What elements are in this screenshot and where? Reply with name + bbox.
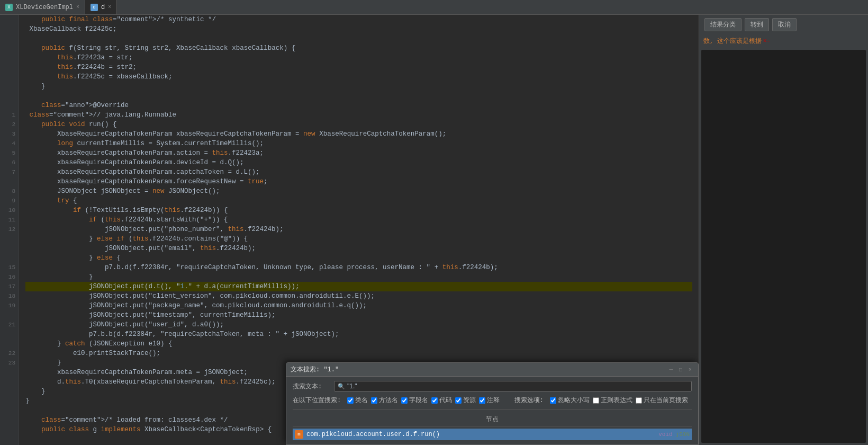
dialog-maximize-button[interactable]: □ <box>677 366 684 373</box>
goto-button[interactable]: 转到 <box>745 18 769 31</box>
node-header: 节点 <box>486 416 499 423</box>
classname-checkbox[interactable] <box>347 397 354 404</box>
code-line: if (!TextUtils.isEmpty(this.f22424b)) { <box>25 206 692 215</box>
annotation-x-mark: ×- <box>763 38 770 45</box>
search-input-wrap: 🔍 <box>334 381 692 391</box>
location-methodname: 方法名 <box>371 396 398 405</box>
code-line: long currentTimeMillis = System.currentT… <box>25 139 692 148</box>
code-line: JSONObject jSONObject = new JSONObject()… <box>25 186 692 196</box>
tab-close-2[interactable]: × <box>108 4 111 10</box>
code-line: public final class="comment">/* syntheti… <box>25 15 692 24</box>
tab-label-2: d <box>101 4 105 11</box>
search-options-label: 搜索选项: <box>514 396 544 405</box>
tab-xldevicegenimpl[interactable]: X XLDeviceGenImpl × <box>0 0 85 14</box>
code-checkbox[interactable] <box>431 397 438 404</box>
code-line: public f(String str, String str2, XbaseC… <box>25 43 692 53</box>
dialog-controls: ─ □ × <box>667 366 694 373</box>
code-line: xbaseRequireCaptchaTokenParam.action = t… <box>25 148 692 158</box>
resource-checkbox[interactable] <box>455 397 462 404</box>
search-icon: 🔍 <box>338 383 345 390</box>
location-comment: 注释 <box>479 396 500 405</box>
result-icon-0: m <box>295 430 303 439</box>
regex-label: 正则表达式 <box>601 396 632 405</box>
code-line: try { <box>25 196 692 206</box>
current-page-label: 只在当前页搜索 <box>644 396 688 405</box>
dialog-close-button[interactable]: × <box>686 366 694 373</box>
search-location-row: 在以下位置搜索: 类名 方法名 字段名 代码 <box>293 396 692 405</box>
code-line: xbaseRequireCaptchaTokenParam.forceReque… <box>25 177 692 186</box>
option-regex: 正则表达式 <box>593 396 632 405</box>
code-line <box>25 34 692 43</box>
results-header: 节点 <box>293 413 692 426</box>
tab-d[interactable]: d d × <box>85 0 117 14</box>
search-text-row: 搜索文本: 🔍 <box>293 381 692 391</box>
comment-label: 注释 <box>487 396 500 405</box>
editor-area: 1234567891011121516171819212223 public f… <box>0 15 699 445</box>
cancel-button[interactable]: 取消 <box>772 18 797 31</box>
location-label: 在以下位置搜索: <box>293 396 341 405</box>
right-panel-black-area <box>701 50 866 443</box>
comment-checkbox[interactable] <box>479 397 485 404</box>
code-line: jSONObject.put(d.t(), "1." + d.a(current… <box>25 282 692 291</box>
methodname-checkbox[interactable] <box>371 397 377 404</box>
resource-label: 资源 <box>463 396 476 405</box>
code-line: if (this.f22424b.startsWith("+")) { <box>25 215 692 225</box>
search-dialog: 文本搜索: "1." ─ □ × 搜索文本: 🔍 <box>286 362 699 445</box>
code-line: e10.printStackTrace(); <box>25 349 692 358</box>
code-line: jSONObject.put("email", this.f22424b); <box>25 244 692 253</box>
search-text-label: 搜索文本: <box>293 382 330 391</box>
tab-close-1[interactable]: × <box>76 4 79 10</box>
code-line: } else { <box>25 253 692 263</box>
code-line: XbaseRequireCaptchaTokenParam xbaseRequi… <box>25 129 692 139</box>
code-line: class="anno">@Override <box>25 101 692 110</box>
location-classname: 类名 <box>347 396 368 405</box>
code-label: 代码 <box>439 396 452 405</box>
code-line: this.f22425c = xbaseCallback; <box>25 72 692 82</box>
classname-label: 类名 <box>355 396 368 405</box>
option-current-page: 只在当前页搜索 <box>636 396 688 405</box>
current-page-checkbox[interactable] <box>636 397 642 404</box>
tab-icon-2: d <box>91 4 98 11</box>
code-line: xbaseRequireCaptchaTokenParam.deviceId =… <box>25 158 692 167</box>
tab-bar: X XLDeviceGenImpl × d d × <box>0 0 868 15</box>
fieldname-checkbox[interactable] <box>401 397 408 404</box>
dialog-minimize-button[interactable]: ─ <box>667 366 675 373</box>
right-panel: 结果分类 转到 取消 数, 这个应该是根据 ×- <box>699 15 868 445</box>
location-code: 代码 <box>431 396 452 405</box>
methodname-label: 方法名 <box>379 396 398 405</box>
code-line: this.f22423a = str; <box>25 53 692 63</box>
result-type-0: void <box>658 431 672 438</box>
code-line: this.f22424b = str2; <box>25 63 692 72</box>
main-layout: 1234567891011121516171819212223 public f… <box>0 15 868 445</box>
result-extra-0: jSON <box>676 431 690 438</box>
right-annotation: 数, 这个应该是根据 <box>703 37 762 46</box>
code-line <box>25 91 692 101</box>
code-line: jSONObject.put("phone_number", this.f224… <box>25 225 692 234</box>
dialog-titlebar: 文本搜索: "1." ─ □ × <box>286 363 698 377</box>
code-line: jSONObject.put("package_name", com.pikcl… <box>25 301 692 310</box>
ignore-case-checkbox[interactable] <box>550 397 556 404</box>
option-ignore-case: 忽略大小写 <box>550 396 590 405</box>
code-line: jSONObject.put("timestamp", currentTimeM… <box>25 310 692 320</box>
ignore-case-label: 忽略大小写 <box>558 396 590 405</box>
dialog-body: 搜索文本: 🔍 在以下位置搜索: 类名 方法名 <box>286 377 698 444</box>
code-line: jSONObject.put("client_version", com.pik… <box>25 291 692 301</box>
regex-checkbox[interactable] <box>593 397 599 404</box>
code-line: jSONObject.put("user_id", d.a0()); <box>25 320 692 330</box>
classify-button[interactable]: 结果分类 <box>704 18 742 31</box>
line-numbers: 1234567891011121516171819212223 <box>0 15 19 445</box>
code-line: } catch (JSONException e10) { <box>25 339 692 349</box>
fieldname-label: 字段名 <box>409 396 428 405</box>
result-row-0[interactable]: m com.pikcloud.account.user.d.f.run() vo… <box>293 429 692 440</box>
code-line: } <box>25 272 692 282</box>
location-resource: 资源 <box>455 396 476 405</box>
code-line: xbaseRequireCaptchaTokenParam.captchaTok… <box>25 167 692 177</box>
search-input[interactable] <box>347 382 688 390</box>
code-line: p7.b.b(d.f22384r, "requireCaptchaToken, … <box>25 330 692 339</box>
right-panel-buttons: 结果分类 转到 取消 <box>699 15 868 34</box>
tab-icon-1: X <box>5 4 13 11</box>
code-line: public void run() { <box>25 120 692 129</box>
code-line: } else if (this.f22424b.contains("@")) { <box>25 234 692 244</box>
tab-label-1: XLDeviceGenImpl <box>16 4 73 11</box>
code-line: p7.b.d(f.f22384r, "requireCaptchaToken, … <box>25 263 692 272</box>
